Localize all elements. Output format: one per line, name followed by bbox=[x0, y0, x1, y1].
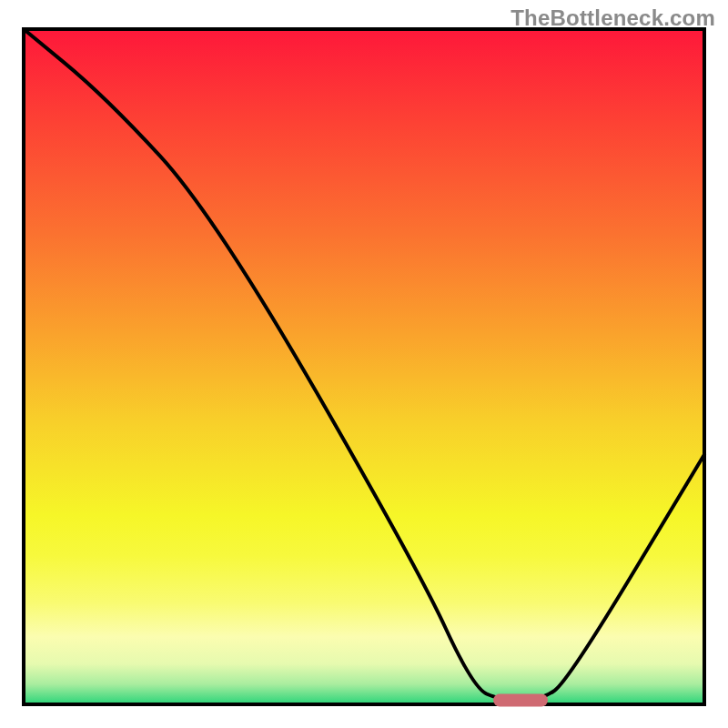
attribution-label: TheBottleneck.com bbox=[511, 5, 715, 31]
optimal-range-marker bbox=[493, 694, 548, 707]
chart-svg bbox=[0, 0, 728, 728]
bottleneck-chart: TheBottleneck.com bbox=[0, 0, 728, 728]
gradient-background bbox=[24, 29, 704, 704]
